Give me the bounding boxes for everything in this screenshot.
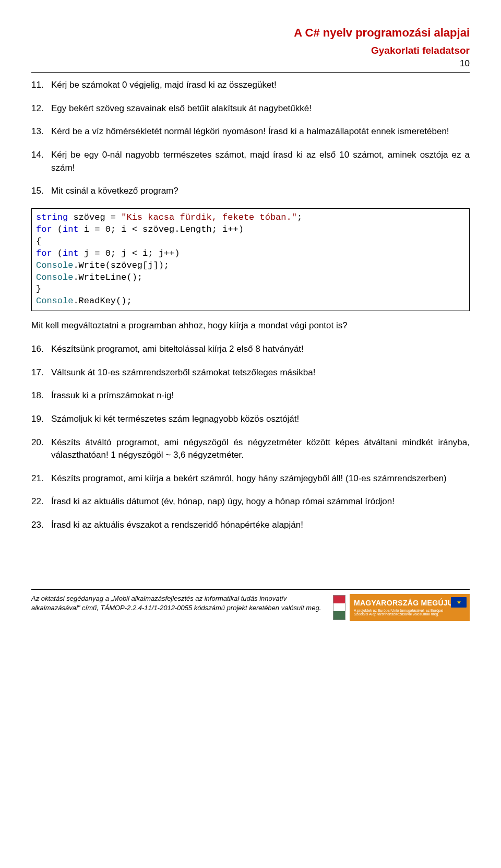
item-number: 12. bbox=[31, 102, 51, 115]
item-number: 17. bbox=[31, 366, 51, 379]
exercise-item: 12. Egy bekért szöveg szavainak első bet… bbox=[31, 102, 470, 115]
code-keyword: string bbox=[36, 212, 68, 222]
item-text: Kérj be számokat 0 végjelig, majd írasd … bbox=[51, 79, 470, 92]
exercise-item: 18. Írassuk ki a prímszámokat n-ig! bbox=[31, 389, 470, 402]
eu-flag-icon: ★ bbox=[451, 597, 467, 608]
item-text: Egy bekért szöveg szavainak első betűit … bbox=[51, 102, 470, 115]
item-text: Mit csinál a következő program? bbox=[51, 185, 470, 198]
item-number: 20. bbox=[31, 436, 51, 462]
item-number: 22. bbox=[31, 495, 51, 508]
item-text: Írasd ki az aktuális dátumot (év, hónap,… bbox=[51, 495, 470, 508]
header-rule bbox=[31, 72, 470, 73]
exercise-item: 14. Kérj be egy 0-nál nagyobb természete… bbox=[31, 149, 470, 174]
exercise-item: 22. Írasd ki az aktuális dátumot (év, hó… bbox=[31, 495, 470, 508]
exercise-item: 21. Készíts programot, ami kiírja a beké… bbox=[31, 472, 470, 485]
page-header: A C# nyelv programozási alapjai Gyakorla… bbox=[31, 26, 470, 69]
item-number: 16. bbox=[31, 343, 51, 356]
item-text: Számoljuk ki két természetes szám legnag… bbox=[51, 413, 470, 426]
doc-title: A C# nyelv programozási alapjai bbox=[31, 26, 470, 40]
page-number: 10 bbox=[31, 58, 470, 69]
code-class: Console bbox=[36, 260, 73, 270]
code-block: string szöveg = "Kis kacsa fürdik, feket… bbox=[31, 208, 470, 312]
code-class: Console bbox=[36, 272, 73, 282]
exercise-item: 13. Kérd be a víz hőmérsékletét normál l… bbox=[31, 125, 470, 138]
code-string: "Kis kacsa fürdik, fekete tóban." bbox=[121, 212, 297, 222]
code-keyword: for bbox=[36, 248, 52, 258]
item-text: Készíts programot, ami kiírja a bekért s… bbox=[51, 472, 470, 485]
item-text: Írasd ki az aktuális évszakot a rendszer… bbox=[51, 519, 470, 532]
code-keyword: for bbox=[36, 224, 52, 234]
item-subtext: Mit kell megváltoztatni a programban ahh… bbox=[31, 319, 470, 332]
item-number: 21. bbox=[31, 472, 51, 485]
exercise-item: 11. Kérj be számokat 0 végjelig, majd ír… bbox=[31, 79, 470, 92]
item-number: 11. bbox=[31, 79, 51, 92]
exercise-item: 15. Mit csinál a következő program? bbox=[31, 185, 470, 198]
code-keyword: int bbox=[63, 248, 79, 258]
item-number: 18. bbox=[31, 389, 51, 402]
item-text: Kérd be a víz hőmérsékletét normál légkö… bbox=[51, 125, 470, 138]
item-number: 15. bbox=[31, 185, 51, 198]
exercise-item: 19. Számoljuk ki két természetes szám le… bbox=[31, 413, 470, 426]
badge-subtitle: A projektek az Európai Unió támogatásáva… bbox=[354, 609, 448, 616]
code-keyword: int bbox=[63, 224, 79, 234]
hungary-flag-icon bbox=[333, 595, 345, 620]
code-class: Console bbox=[36, 296, 73, 306]
item-text: Készíts átváltó programot, ami négyszögö… bbox=[51, 436, 470, 462]
document-page: A C# nyelv programozási alapjai Gyakorla… bbox=[0, 0, 501, 621]
item-text: Írassuk ki a prímszámokat n-ig! bbox=[51, 389, 470, 402]
badge-title: MAGYARORSZÁG MEGÚJUL bbox=[354, 599, 466, 607]
exercise-item: 20. Készíts átváltó programot, ami négys… bbox=[31, 436, 470, 462]
item-number: 13. bbox=[31, 125, 51, 138]
item-text: Készítsünk programot, ami biteltolással … bbox=[51, 343, 470, 356]
exercise-item: 16. Készítsünk programot, ami biteltolás… bbox=[31, 343, 470, 356]
doc-subtitle: Gyakorlati feladatsor bbox=[31, 45, 470, 56]
item-number: 14. bbox=[31, 149, 51, 174]
item-number: 23. bbox=[31, 519, 51, 532]
footer-text: Az oktatási segédanyag a „Mobil alkalmaz… bbox=[31, 594, 333, 613]
exercise-item: 23. Írasd ki az aktuális évszakot a rend… bbox=[31, 519, 470, 532]
item-number: 19. bbox=[31, 413, 51, 426]
exercise-item: 17. Váltsunk át 10-es számrendszerből sz… bbox=[31, 366, 470, 379]
page-footer: Az oktatási segédanyag a „Mobil alkalmaz… bbox=[31, 589, 470, 621]
footer-badges: ★ MAGYARORSZÁG MEGÚJUL A projektek az Eu… bbox=[333, 594, 470, 621]
sponsor-badge: ★ MAGYARORSZÁG MEGÚJUL A projektek az Eu… bbox=[350, 594, 470, 621]
item-text: Váltsunk át 10-es számrendszerből számok… bbox=[51, 366, 470, 379]
item-text: Kérj be egy 0-nál nagyobb természetes sz… bbox=[51, 149, 470, 174]
